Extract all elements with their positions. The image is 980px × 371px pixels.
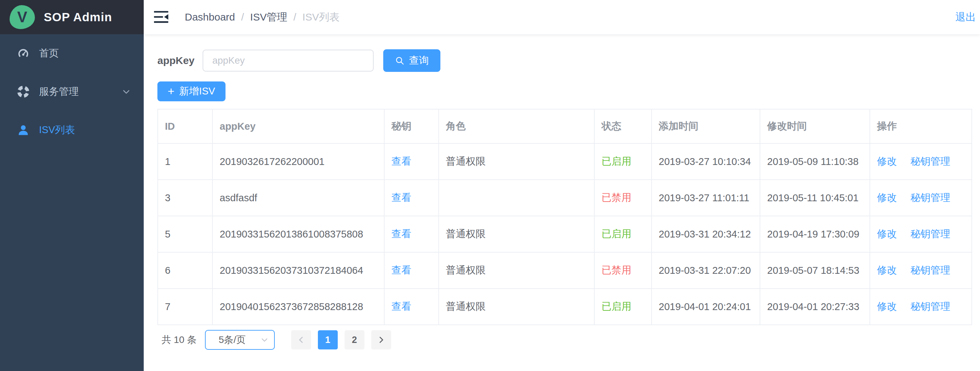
logo: V SOP Admin: [0, 0, 144, 34]
cell-appkey: 20190401562373672858288128: [213, 288, 384, 325]
add-isv-label: 新增ISV: [179, 84, 215, 98]
cell-role: 普通权限: [439, 143, 594, 180]
table-row: 6 20190331562037310372184064 查看 普通权限 已禁用…: [158, 252, 972, 288]
sidebar-item-label: ISV列表: [39, 123, 75, 137]
table-header-row: ID appKey 秘钥 角色 状态 添加时间 修改时间 操作: [158, 109, 972, 143]
app-title: SOP Admin: [44, 10, 112, 24]
cell-id: 5: [158, 216, 213, 252]
cell-id: 3: [158, 180, 213, 216]
secret-manage-link[interactable]: 秘钥管理: [910, 264, 950, 275]
pager: 1 2: [288, 330, 395, 349]
page-content: appKey 查询 + 新增ISV I: [144, 34, 980, 371]
logo-letter: V: [17, 8, 27, 25]
breadcrumb-separator: /: [293, 11, 296, 23]
add-isv-button[interactable]: + 新增ISV: [158, 81, 226, 101]
status-badge: 已禁用: [601, 264, 631, 275]
page-button-2[interactable]: 2: [345, 330, 364, 349]
isv-table: ID appKey 秘钥 角色 状态 添加时间 修改时间 操作 1 201903…: [158, 109, 971, 325]
page-size-select[interactable]: 5条/页: [205, 330, 275, 350]
cell-id: 6: [158, 252, 213, 288]
breadcrumb-dashboard[interactable]: Dashboard: [185, 11, 235, 23]
logout-link[interactable]: 退出: [955, 10, 977, 24]
view-secret-link[interactable]: 查看: [391, 156, 411, 167]
breadcrumb-separator: /: [241, 11, 244, 23]
cell-appkey: 2019032617262200001: [213, 143, 384, 180]
col-created: 添加时间: [652, 109, 760, 143]
edit-link[interactable]: 修改: [877, 264, 897, 275]
view-secret-link[interactable]: 查看: [391, 192, 411, 203]
view-secret-link[interactable]: 查看: [391, 301, 411, 312]
collapse-menu-icon[interactable]: [154, 10, 169, 24]
appkey-input[interactable]: [202, 49, 374, 72]
table-row: 3 asdfasdf 查看 已禁用 2019-03-27 11:01:11 20…: [158, 180, 972, 216]
sidebar-menu: 首页 服务管理 ISV列表: [0, 34, 144, 149]
secret-manage-link[interactable]: 秘钥管理: [910, 228, 950, 239]
col-modified: 修改时间: [760, 109, 870, 143]
status-badge: 已启用: [601, 156, 631, 167]
edit-link[interactable]: 修改: [877, 301, 897, 312]
table-row: 1 2019032617262200001 查看 普通权限 已启用 2019-0…: [158, 143, 972, 180]
search-label: appKey: [158, 55, 194, 66]
view-secret-link[interactable]: 查看: [391, 264, 411, 275]
status-badge: 已启用: [601, 301, 631, 312]
cell-role: [439, 180, 594, 216]
cell-modified: 2019-04-01 20:27:33: [760, 288, 870, 325]
cell-created: 2019-03-31 20:34:12: [652, 216, 760, 252]
cell-role: 普通权限: [439, 216, 594, 252]
col-appkey: appKey: [213, 109, 384, 143]
cell-role: 普通权限: [439, 252, 594, 288]
col-id: ID: [158, 109, 213, 143]
cell-id: 1: [158, 143, 213, 180]
user-icon: [16, 123, 30, 137]
cell-role: 普通权限: [439, 288, 594, 325]
cell-modified: 2019-04-19 17:30:09: [760, 216, 870, 252]
plus-icon: +: [168, 85, 175, 97]
edit-link[interactable]: 修改: [877, 192, 897, 203]
cell-created: 2019-03-31 22:07:20: [652, 252, 760, 288]
page-button-1[interactable]: 1: [318, 330, 338, 349]
sidebar: V SOP Admin 首页 服务管理: [0, 0, 144, 371]
edit-link[interactable]: 修改: [877, 228, 897, 239]
breadcrumb-current: ISV列表: [302, 10, 339, 24]
table-body: 1 2019032617262200001 查看 普通权限 已启用 2019-0…: [158, 143, 972, 325]
edit-link[interactable]: 修改: [877, 156, 897, 167]
cell-appkey: 20190331562037310372184064: [213, 252, 384, 288]
col-secret: 秘钥: [384, 109, 439, 143]
chevron-right-icon: [377, 335, 386, 344]
sidebar-item-isv-list[interactable]: ISV列表: [0, 111, 144, 149]
sidebar-item-home[interactable]: 首页: [0, 34, 144, 73]
cell-modified: 2019-05-11 10:45:01: [760, 180, 870, 216]
breadcrumb-isv-manage: ISV管理: [250, 10, 287, 24]
query-button[interactable]: 查询: [383, 49, 441, 72]
chevron-left-icon: [297, 335, 305, 344]
sidebar-item-services[interactable]: 服务管理: [0, 73, 144, 111]
secret-manage-link[interactable]: 秘钥管理: [910, 301, 950, 312]
view-secret-link[interactable]: 查看: [391, 228, 411, 239]
sidebar-item-label: 服务管理: [39, 85, 79, 99]
next-page-button[interactable]: [371, 330, 391, 349]
cell-created: 2019-03-27 11:01:11: [652, 180, 760, 216]
secret-manage-link[interactable]: 秘钥管理: [910, 192, 950, 203]
cell-appkey: 20190331562013861008375808: [213, 216, 384, 252]
pagination: 共 10 条 5条/页 1 2: [158, 330, 971, 350]
service-icon: [16, 85, 30, 99]
table-row: 5 20190331562013861008375808 查看 普通权限 已启用…: [158, 216, 972, 252]
query-button-label: 查询: [409, 54, 429, 67]
app-logo-icon: V: [10, 5, 35, 29]
col-actions: 操作: [870, 109, 972, 143]
cell-modified: 2019-05-09 11:10:38: [760, 143, 870, 180]
total-count: 共 10 条: [162, 333, 197, 346]
cell-id: 7: [158, 288, 213, 325]
search-icon: [395, 56, 404, 65]
select-arrow-icon: [260, 336, 269, 344]
status-badge: 已启用: [601, 228, 631, 239]
dashboard-icon: [16, 46, 30, 60]
search-form: appKey 查询: [158, 49, 971, 72]
col-status: 状态: [594, 109, 652, 143]
main-area: Dashboard / ISV管理 / ISV列表 退出 appKey 查询 +…: [144, 0, 980, 371]
page-size-value: 5条/页: [219, 333, 261, 346]
secret-manage-link[interactable]: 秘钥管理: [910, 156, 950, 167]
status-badge: 已禁用: [601, 192, 631, 203]
prev-page-button[interactable]: [291, 330, 311, 349]
cell-created: 2019-03-27 10:10:34: [652, 143, 760, 180]
